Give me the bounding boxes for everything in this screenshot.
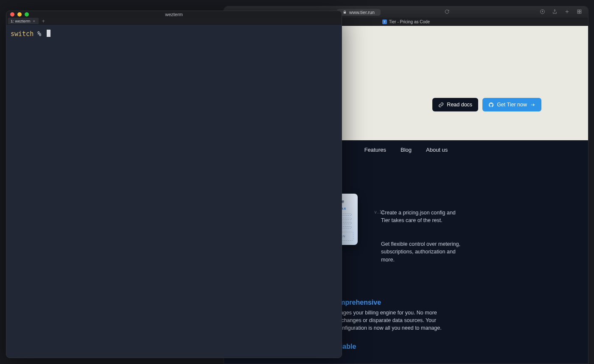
terminal-tab-bar: 1: wezterm × + — [6, 18, 342, 25]
downloads-icon[interactable] — [540, 9, 545, 15]
safari-tab-title: Tier - Pricing as Code — [389, 19, 430, 24]
svg-rect-2 — [580, 10, 581, 11]
read-docs-button[interactable]: Read docs — [432, 98, 478, 111]
nav-features[interactable]: Features — [364, 147, 386, 153]
lock-icon — [343, 10, 347, 14]
terminal-tab-label: 1: wezterm — [11, 19, 30, 23]
prompt-symbol: % — [37, 30, 41, 38]
window-traffic-lights — [10, 12, 29, 17]
close-window-button[interactable] — [10, 12, 14, 17]
tab-overview-icon[interactable] — [577, 9, 582, 15]
terminal-cursor — [47, 30, 50, 37]
terminal-body[interactable]: switch % — [6, 25, 342, 43]
address-url: www.tier.run — [349, 10, 375, 15]
reload-button[interactable] — [444, 9, 450, 15]
safari-tab-active[interactable]: T Tier - Pricing as Code — [382, 19, 430, 24]
minimize-window-button[interactable] — [17, 12, 22, 17]
svg-rect-1 — [577, 10, 579, 11]
address-bar[interactable]: www.tier.run — [337, 9, 381, 16]
terminal-tab-1[interactable]: 1: wezterm × — [8, 18, 39, 24]
svg-rect-4 — [580, 12, 581, 14]
site-favicon: T — [382, 19, 387, 24]
github-icon — [488, 102, 494, 108]
new-terminal-tab-button[interactable]: + — [39, 18, 48, 24]
get-tier-button[interactable]: Get Tier now — [482, 98, 541, 111]
new-tab-icon[interactable] — [564, 9, 570, 15]
share-icon[interactable] — [552, 9, 558, 15]
close-tab-icon[interactable]: × — [33, 19, 35, 23]
terminal-window: wezterm 1: wezterm × + switch % — [6, 11, 342, 358]
arrow-right-icon — [530, 102, 535, 108]
side-text: Create a pricing.json config and Tier ta… — [381, 209, 462, 264]
nav-blog[interactable]: Blog — [401, 147, 412, 153]
prompt-host: switch — [11, 30, 34, 38]
terminal-title: wezterm — [165, 12, 183, 17]
nav-about[interactable]: About us — [426, 147, 448, 153]
svg-rect-3 — [577, 12, 579, 14]
zoom-window-button[interactable] — [25, 12, 29, 17]
link-icon — [438, 102, 444, 108]
terminal-titlebar[interactable]: wezterm — [6, 11, 342, 18]
